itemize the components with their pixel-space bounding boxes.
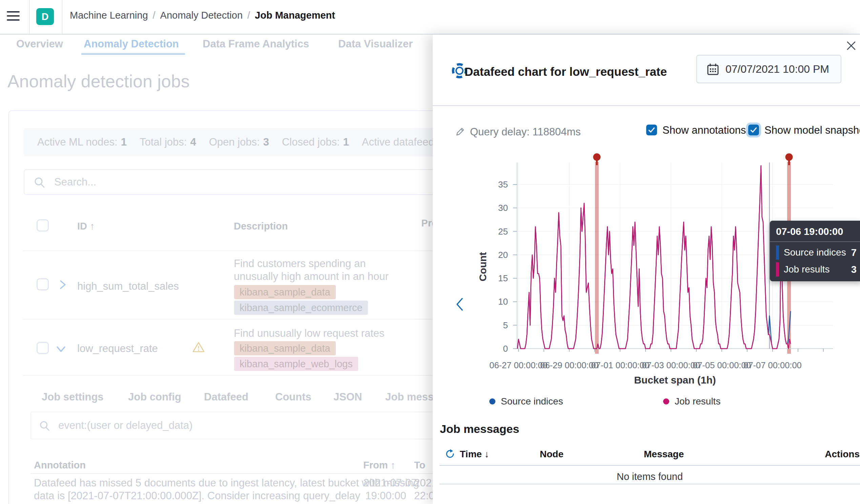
column-header-id[interactable]: ID ↑ [77,221,95,232]
annotation-from-time: 19:00:00 [365,489,406,502]
tooltip-row: Source indices 7 [776,246,857,260]
y-tick-label: 35 [498,179,508,190]
show-annotations-checkbox[interactable] [646,124,657,135]
tab-anomaly-detection[interactable]: Anomaly Detection [84,38,179,50]
annotation-marker [593,153,600,161]
y-tick-label: 5 [503,320,508,330]
menu-icon[interactable] [7,0,27,34]
legend-dot [663,398,669,404]
column-header-time[interactable]: Time ↓ [460,449,489,460]
sort-asc-icon: ↑ [391,460,396,471]
job-group-badge[interactable]: kibana_sample_data [234,285,336,299]
job-id: low_request_rate [77,343,158,355]
y-tick-label: 30 [498,203,508,213]
detail-tab-json[interactable]: JSON [333,391,362,403]
warning-icon[interactable] [192,341,205,354]
breadcrumb-item[interactable]: Anomaly Detection [160,10,243,21]
stat-total-jobs: Total jobs:4 [140,136,196,148]
x-tick-label: 07-01 00:00:00 [591,360,649,370]
close-icon[interactable] [846,41,856,50]
job-group-badge[interactable]: kibana_sample_ecommerce [234,300,368,315]
show-annotations-label[interactable]: Show annotations [662,124,746,136]
stat-closed-jobs: Closed jobs:1 [282,136,349,148]
search-icon [39,420,50,431]
flyout-header-divider [433,105,860,106]
detail-tab-job-settings[interactable]: Job settings [42,391,104,403]
breadcrumb-item[interactable]: Machine Learning [70,10,148,21]
flyout-title: Datafeed chart for low_request_rate [464,64,667,80]
x-tick-label: 07-05 00:00:00 [693,360,751,370]
messages-query-text: event:(user or delayed_data) [58,419,192,432]
calendar-icon [706,63,719,76]
annotation-from-date: 2021-07-07 [363,477,417,489]
legend-source-indices[interactable]: Source indices [489,396,563,407]
tab-data-visualizer[interactable]: Data Visualizer [338,38,413,50]
stat-active-ml-nodes: Active ML nodes:1 [37,136,127,148]
space-avatar[interactable]: D [36,8,54,25]
job-group-badge[interactable]: kibana_sample_web_logs [234,357,358,371]
detail-tab-job-config[interactable]: Job config [128,391,181,403]
sort-desc-icon: ↓ [485,449,489,459]
page-title: Anomaly detection jobs [8,71,190,91]
y-tick-label: 0 [503,344,508,354]
select-all-checkbox[interactable] [37,219,49,232]
y-tick-label: 25 [498,226,508,237]
x-tick-label: 07-07 00:00:00 [743,360,802,370]
global-header: D Machine Learning/Anomaly Detection/Job… [0,0,860,34]
detail-tab-counts[interactable]: Counts [275,391,311,403]
y-tick-label: 10 [498,297,508,307]
job-messages-heading: Job messages [440,423,519,435]
annotation-band [595,162,599,354]
series-line-source-indices [517,166,790,349]
row-checkbox[interactable] [37,342,49,354]
datafeed-count-chart[interactable]: 0510152025303506-27 00:00:0006-29 00:00:… [433,146,860,420]
column-header-from[interactable]: From ↑ [363,460,396,471]
tab-overview[interactable]: Overview [16,38,63,50]
check-icon [749,126,758,134]
legend-dot [489,398,496,404]
active-tab-underline [81,53,185,55]
job-results-swatch [776,262,779,277]
kibana-ml-app: D Machine Learning/Anomaly Detection/Job… [0,0,860,504]
column-header-annotation: Annotation [34,460,86,471]
job-description: Find customers spending an unusually hig… [234,257,393,283]
search-icon [34,177,45,188]
x-tick-label: 06-27 00:00:00 [489,360,548,370]
legend-job-results[interactable]: Job results [663,396,720,407]
column-header-message: Message [644,449,684,460]
chevron-right-icon[interactable] [58,279,68,291]
header-divider [62,0,62,34]
job-description: Find unusually low request rates [234,327,424,340]
search-placeholder: Search... [54,176,96,188]
x-axis-title: Bucket span (1h) [634,374,716,386]
row-checkbox[interactable] [37,278,49,291]
show-model-snapshots-label[interactable]: Show model snapshots [764,124,860,136]
edit-pencil-icon[interactable] [455,126,465,137]
empty-table-message: No items found [440,471,860,482]
refresh-icon[interactable] [445,449,455,459]
chevron-down-icon[interactable] [55,344,67,354]
y-tick-label: 20 [498,250,508,260]
job-group-badge[interactable]: kibana_sample_data [234,341,336,355]
check-icon [647,126,656,134]
x-tick-label: 07-03 00:00:00 [642,360,700,370]
query-delay-value: Query delay: 118804ms [470,125,581,139]
x-tick-label: 06-29 00:00:00 [540,360,598,370]
datafeed-chart-flyout: Datafeed chart for low_request_rate 07/0… [433,34,860,504]
breadcrumb: Machine Learning/Anomaly Detection/Job M… [70,10,335,21]
series-line-job-results [517,166,790,349]
stat-open-jobs: Open jobs:3 [209,136,269,148]
column-header-actions: Actions [778,449,860,460]
show-model-snapshots-checkbox[interactable] [748,124,759,135]
tab-data-frame-analytics[interactable]: Data Frame Analytics [203,38,309,50]
breadcrumb-current: Job Management [255,10,335,21]
column-header-description[interactable]: Description [234,221,288,232]
sort-asc-icon: ↑ [90,221,95,232]
y-tick-label: 15 [498,273,508,283]
column-header-to[interactable]: To [414,460,425,471]
column-header-node: Node [540,449,563,460]
source-indices-swatch [776,246,779,260]
datetime-picker[interactable]: 07/07/2021 10:00 PM [696,55,841,83]
header-divider [29,0,29,34]
detail-tab-datafeed[interactable]: Datafeed [204,391,248,403]
